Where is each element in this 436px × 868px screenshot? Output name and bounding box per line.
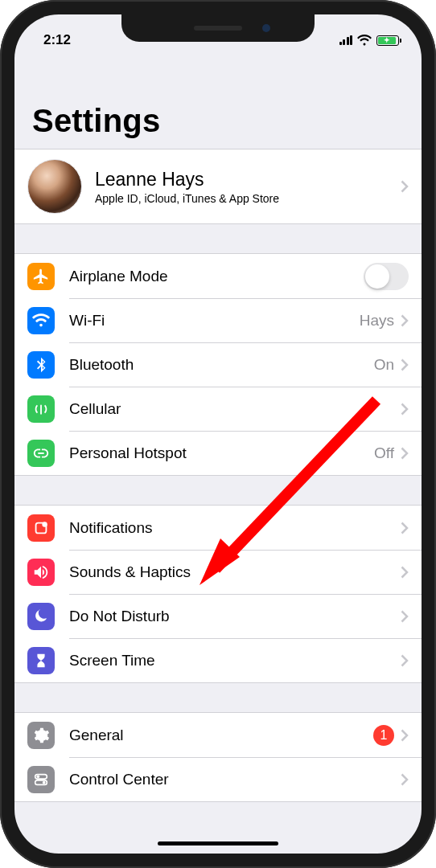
wifi-icon xyxy=(27,307,55,334)
connectivity-group: Airplane Mode Wi-Fi Hays Bluetooth On Ce… xyxy=(14,253,422,476)
gear-icon xyxy=(27,722,55,749)
chevron-right-icon xyxy=(401,447,409,460)
status-indicators: ✦ xyxy=(339,35,400,46)
sounds-row[interactable]: Sounds & Haptics xyxy=(14,550,422,594)
notifications-row[interactable]: Notifications xyxy=(14,506,422,550)
row-value: Hays xyxy=(360,312,394,330)
row-label: Notifications xyxy=(69,519,401,537)
row-label: Cellular xyxy=(69,400,401,418)
screen: 2:12 ✦ Settings Leanne Hays Apple ID, iC… xyxy=(14,14,422,854)
airplane-mode-row[interactable]: Airplane Mode xyxy=(14,254,422,298)
moon-icon xyxy=(27,603,55,630)
notch xyxy=(121,14,315,42)
personal-hotspot-row[interactable]: Personal Hotspot Off xyxy=(14,431,422,475)
home-indicator[interactable] xyxy=(158,841,278,845)
row-label: Screen Time xyxy=(69,652,401,669)
dnd-row[interactable]: Do Not Disturb xyxy=(14,594,422,638)
page-title: Settings xyxy=(14,55,422,149)
row-label: Wi-Fi xyxy=(69,312,360,330)
bluetooth-icon xyxy=(27,351,55,379)
profile-name: Leanne Hays xyxy=(95,169,401,190)
chevron-right-icon xyxy=(401,654,409,667)
chevron-right-icon xyxy=(401,314,409,327)
chevron-right-icon xyxy=(401,180,409,193)
chevron-right-icon xyxy=(401,729,409,742)
row-label: Control Center xyxy=(69,771,401,788)
svg-point-1 xyxy=(42,522,47,526)
row-value: On xyxy=(374,356,394,374)
switches-icon xyxy=(27,766,55,793)
cellular-row[interactable]: Cellular xyxy=(14,387,422,431)
profile-subtitle: Apple ID, iCloud, iTunes & App Store xyxy=(95,192,401,205)
alerts-group: Notifications Sounds & Haptics Do Not Di… xyxy=(14,505,422,683)
airplane-icon xyxy=(27,263,55,290)
badge: 1 xyxy=(373,725,394,746)
airplane-toggle[interactable] xyxy=(364,263,409,290)
status-time: 2:12 xyxy=(43,32,71,48)
row-label: Sounds & Haptics xyxy=(69,563,401,581)
wifi-row[interactable]: Wi-Fi Hays xyxy=(14,298,422,342)
screen-time-row[interactable]: Screen Time xyxy=(14,638,422,682)
profile-group: Leanne Hays Apple ID, iCloud, iTunes & A… xyxy=(14,149,422,224)
antenna-icon xyxy=(27,395,55,423)
apple-id-row[interactable]: Leanne Hays Apple ID, iCloud, iTunes & A… xyxy=(14,149,422,223)
chevron-right-icon xyxy=(401,403,409,416)
chevron-right-icon xyxy=(401,773,409,786)
battery-icon: ✦ xyxy=(376,35,399,46)
bell-badge-icon xyxy=(27,514,55,542)
svg-point-5 xyxy=(43,780,46,784)
row-value: Off xyxy=(374,444,394,462)
system-group: General 1 Control Center xyxy=(14,712,422,802)
speaker-icon xyxy=(27,559,55,586)
general-row[interactable]: General 1 xyxy=(14,713,422,757)
link-icon xyxy=(27,440,55,467)
row-label: Do Not Disturb xyxy=(69,608,401,625)
row-label: Airplane Mode xyxy=(69,268,364,285)
chevron-right-icon xyxy=(401,522,409,534)
bluetooth-row[interactable]: Bluetooth On xyxy=(14,342,422,387)
avatar xyxy=(27,159,82,214)
chevron-right-icon xyxy=(401,358,409,371)
row-label: Personal Hotspot xyxy=(69,444,374,462)
phone-frame: 2:12 ✦ Settings Leanne Hays Apple ID, iC… xyxy=(0,0,436,868)
wifi-icon xyxy=(357,35,372,46)
chevron-right-icon xyxy=(401,566,409,579)
cellular-signal-icon xyxy=(339,35,353,45)
row-label: General xyxy=(69,727,373,744)
row-label: Bluetooth xyxy=(69,356,374,374)
hourglass-icon xyxy=(27,647,55,674)
control-center-row[interactable]: Control Center xyxy=(14,757,422,801)
chevron-right-icon xyxy=(401,610,409,623)
svg-point-3 xyxy=(37,775,40,778)
